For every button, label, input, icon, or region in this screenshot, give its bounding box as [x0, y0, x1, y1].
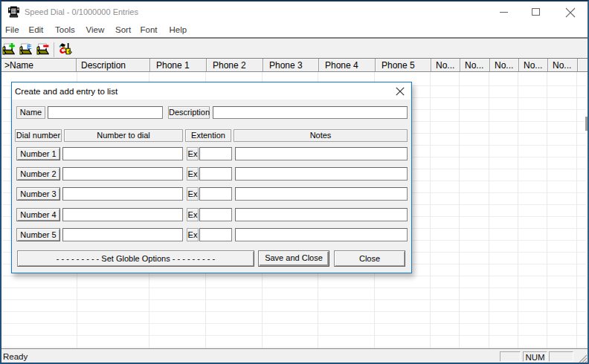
svg-text:E: E: [27, 43, 31, 51]
